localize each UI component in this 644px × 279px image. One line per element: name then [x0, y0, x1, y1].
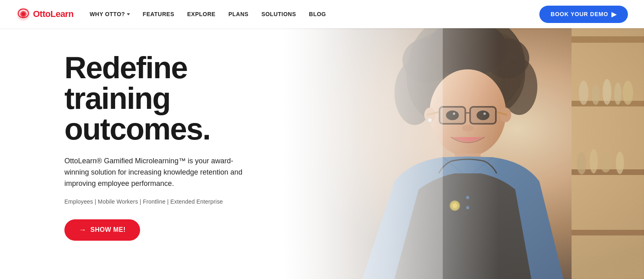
arrow-icon: ▶: [611, 10, 617, 18]
hero-headline: Redefine training outcomes.: [64, 52, 250, 144]
book-demo-label: BOOK YOUR DEMO: [551, 11, 608, 17]
hero-tags: Employees | Mobile Workers | Frontline |…: [64, 198, 250, 205]
nav-item-solutions[interactable]: SOLUTIONS: [261, 11, 296, 17]
nav-link-plans[interactable]: PLANS: [228, 11, 248, 17]
nav-item-plans[interactable]: PLANS: [228, 11, 248, 17]
logo-text: OttoLearn: [33, 9, 74, 19]
nav-links: WHY OTTO? FEATURES EXPLORE PLANS SOLUTIO…: [90, 11, 539, 17]
logo[interactable]: OttoLearn: [16, 7, 74, 21]
nav-item-why-otto[interactable]: WHY OTTO?: [90, 11, 130, 17]
arrow-icon: →: [79, 226, 87, 234]
nav-item-explore[interactable]: EXPLORE: [187, 11, 215, 17]
nav-link-features[interactable]: FEATURES: [143, 11, 174, 17]
svg-point-1: [22, 12, 25, 16]
nav-link-solutions[interactable]: SOLUTIONS: [261, 11, 296, 17]
nav-link-explore[interactable]: EXPLORE: [187, 11, 215, 17]
hero-content: Redefine training outcomes. OttoLearn® G…: [64, 52, 250, 241]
show-me-label: SHOW ME!: [91, 226, 126, 233]
main-nav: OttoLearn WHY OTTO? FEATURES EXPLORE PLA…: [0, 0, 644, 28]
nav-item-features[interactable]: FEATURES: [143, 11, 174, 17]
hero-section: Redefine training outcomes. OttoLearn® G…: [0, 28, 644, 279]
nav-link-why-otto[interactable]: WHY OTTO?: [90, 11, 130, 17]
book-demo-button[interactable]: BOOK YOUR DEMO ▶: [539, 6, 628, 23]
logo-otto: Otto: [33, 9, 50, 19]
logo-icon: [16, 7, 31, 21]
hero-subtext: OttoLearn® Gamified Microlearning™ is yo…: [64, 156, 250, 189]
show-me-button[interactable]: → SHOW ME!: [64, 219, 140, 241]
chevron-down-icon: [127, 13, 130, 15]
nav-item-blog[interactable]: BLOG: [309, 11, 326, 17]
nav-link-blog[interactable]: BLOG: [309, 11, 326, 17]
